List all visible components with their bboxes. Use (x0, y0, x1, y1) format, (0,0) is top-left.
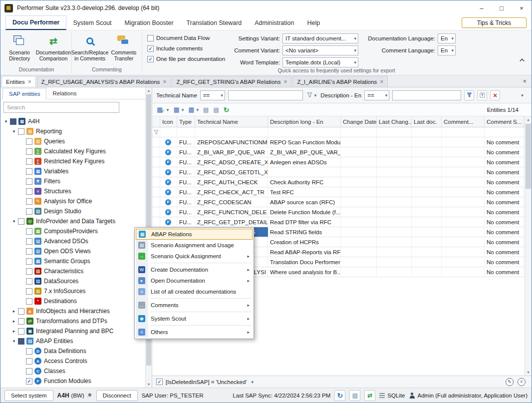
technical-name-operator-dropdown[interactable]: == ▾ (200, 90, 225, 100)
grid-column-header-technical-name[interactable]: Technical Name (195, 116, 268, 127)
tree-checkbox[interactable] (26, 228, 32, 235)
tree-checkbox[interactable] (26, 268, 32, 275)
filter-designer-button[interactable] (477, 90, 487, 100)
grid-filter-cell[interactable] (341, 127, 377, 137)
sidebar-tab-sap-entities[interactable]: SAP entities (2, 88, 46, 99)
tree-item-integrated-planning-and-bpc[interactable]: ▸▣Integrated Planning and BPC (0, 326, 144, 336)
grid-filter-cell[interactable] (160, 127, 177, 137)
tree-item-classes[interactable]: CClasses (0, 366, 144, 376)
tips-tricks-button[interactable]: Tips & Tricks (462, 17, 527, 28)
technical-name-filter-input[interactable] (228, 90, 303, 100)
disconnect-button[interactable]: Disconnect (96, 390, 138, 401)
grid-column-header-icon[interactable]: Icon (160, 116, 177, 127)
dropdown-comment-language[interactable]: En▾ (438, 45, 456, 55)
close-filter-icon[interactable]: × (518, 378, 526, 386)
tree-item-access-controls[interactable]: AAccess Controls (0, 356, 144, 366)
grid-scrollbar[interactable]: ▲ ▼ (525, 116, 532, 376)
tree-checkbox[interactable] (18, 318, 24, 325)
search-input[interactable] (3, 102, 119, 113)
close-icon[interactable]: × (283, 78, 287, 85)
tree-checkbox[interactable] (18, 128, 24, 135)
table-row[interactable]: FFU...Z_RFC_CHECK_ACT_TRTest RFCNo comme… (152, 187, 532, 197)
scrollbar-thumb[interactable] (526, 124, 531, 189)
tree-item-design-studio[interactable]: ▧Design Studio (0, 206, 144, 216)
context-menu-item-comments[interactable]: …Comments▸ (136, 300, 253, 311)
tree-item-destinations[interactable]: *Destinations (0, 296, 144, 306)
grid-column-header-last-chang[interactable]: Last Chang... (377, 116, 412, 127)
scroll-down-icon[interactable]: ▼ (525, 369, 532, 376)
tree-checkbox[interactable] (26, 248, 32, 255)
table-row[interactable]: FFU...Z_RFC_ADSO_GETDTL_XNo comment (152, 167, 532, 177)
tree-checkbox[interactable]: ✓ (26, 378, 32, 385)
dropdown-documentation-language[interactable]: En▾ (438, 33, 456, 43)
context-menu-item-open-documentation[interactable]: ▸Open Documentation▸ (136, 275, 253, 286)
grid-filter-cell[interactable] (442, 127, 485, 137)
grid-filter-cell[interactable] (268, 127, 341, 137)
tree-item-analysis-for-office[interactable]: ✎Analysis for Office (0, 196, 144, 206)
menu-tab-migration-booster[interactable]: Migration Booster (118, 15, 180, 30)
tree-item-structures[interactable]: ≡Structures (0, 186, 144, 196)
close-button[interactable]: × (512, 0, 532, 15)
tree-checkbox[interactable] (26, 278, 32, 285)
tree-checkbox[interactable] (26, 138, 32, 145)
menu-tab-translation-steward[interactable]: Translation Steward (180, 15, 249, 30)
log-button[interactable]: ▤ (349, 390, 360, 401)
context-menu-item-scenario-assignment-and-usage[interactable]: ▤Scenario Assignment and Usage (136, 240, 253, 251)
document-tab-z-rfc-get-string-s-abap-relations[interactable]: Z_RFC_GET_STRING's ABAP Relations× (172, 76, 291, 87)
tree-checkbox[interactable] (18, 338, 24, 345)
ribbon-checkbox-include-comments[interactable]: ✓Include comments (147, 44, 225, 52)
close-icon[interactable]: × (28, 78, 31, 85)
tree-expander-icon[interactable]: ▸ (10, 319, 17, 324)
grid-column-header-comment[interactable]: Comment... (442, 116, 485, 127)
ribbon-checkbox-document-data-flow[interactable]: Document Data Flow (147, 34, 225, 42)
tree-checkbox[interactable] (18, 308, 24, 315)
tree-item-restricted-key-figures[interactable]: ∑Restricted Key Figures (0, 156, 144, 166)
tree-item-a4h[interactable]: ▾▦A4H (0, 116, 144, 126)
minimize-button[interactable]: – (472, 0, 492, 15)
edit-filter-button[interactable] (464, 90, 474, 100)
tree-expander-icon[interactable]: ▾ (2, 119, 9, 124)
comments-transfer-button[interactable]: Comments Transfer (107, 32, 141, 66)
search-replace-comments-button[interactable]: Search/Replace in Comments (73, 32, 107, 66)
tree-checkbox[interactable] (18, 218, 24, 225)
tree-item-data-definitions[interactable]: DData Definitions (0, 346, 144, 356)
tree-checkbox[interactable] (26, 158, 32, 165)
scenario-directory-button[interactable]: Scenario Directory (2, 32, 36, 66)
documentation-comparison-button[interactable]: ⇄ Documentation Comparison (36, 32, 70, 66)
document-tab-entities[interactable]: Entities× (1, 76, 36, 87)
footer-filter-checkbox[interactable]: ✓ (156, 379, 163, 385)
close-tab-icon[interactable]: × (523, 77, 527, 85)
grid-filter-cell[interactable] (412, 127, 442, 137)
tree-item-semantic-groups[interactable]: ▦Semantic Groups (0, 256, 144, 266)
context-menu-item-list-of-all-created-documentations[interactable]: ≡List of all created documentations (136, 286, 253, 297)
tree-checkbox[interactable] (26, 178, 32, 185)
tree-checkbox[interactable] (26, 238, 32, 245)
close-icon[interactable]: × (163, 78, 166, 85)
select-system-button[interactable]: Select system (4, 390, 53, 401)
description-filter-input[interactable] (392, 90, 461, 100)
tree-checkbox[interactable] (26, 168, 32, 175)
grid-column-header-type[interactable]: Type (177, 116, 195, 127)
export-button[interactable]: ▤ (212, 105, 220, 115)
tree-item-open-ods-views[interactable]: ▥Open ODS Views (0, 246, 144, 256)
table-row[interactable]: FFU...Z_RFC_GET_DTP_DETAILRead DTP filte… (152, 217, 532, 227)
grid-filter-cell[interactable] (485, 127, 524, 137)
description-operator-dropdown[interactable]: == ▾ (364, 90, 389, 100)
tree-expander-icon[interactable]: ▸ (10, 329, 17, 334)
context-menu-item-create-documentation[interactable]: WCreate Documentation▸ (136, 264, 253, 275)
grid-filter-cell[interactable] (177, 127, 195, 137)
tree-item-filters[interactable]: ▼Filters (0, 176, 144, 186)
tree-checkbox[interactable] (26, 348, 32, 355)
grid-layout-button[interactable]: ▦▾ (172, 105, 185, 115)
tree-item-variables[interactable]: ▦Variables (0, 166, 144, 176)
table-row[interactable]: FFU...Z_RFC_AUTH_CHECKCheck Authority RF… (152, 177, 532, 187)
tree-checkbox[interactable] (26, 208, 32, 215)
menu-tab-administration[interactable]: Administration (248, 15, 300, 30)
tree-item-7-x-infosources[interactable]: ▥7.x InfoSources (0, 286, 144, 296)
tree-checkbox[interactable] (26, 148, 32, 155)
context-menu-item-others[interactable]: ≡Others▸ (136, 327, 253, 338)
tree-checkbox[interactable] (10, 118, 16, 125)
tree-item-abap-entities[interactable]: ▾▧ABAP Entities (0, 336, 144, 346)
edit-filter-icon[interactable]: ✎ (506, 378, 514, 386)
tree-expander-icon[interactable]: ▾ (10, 339, 17, 344)
